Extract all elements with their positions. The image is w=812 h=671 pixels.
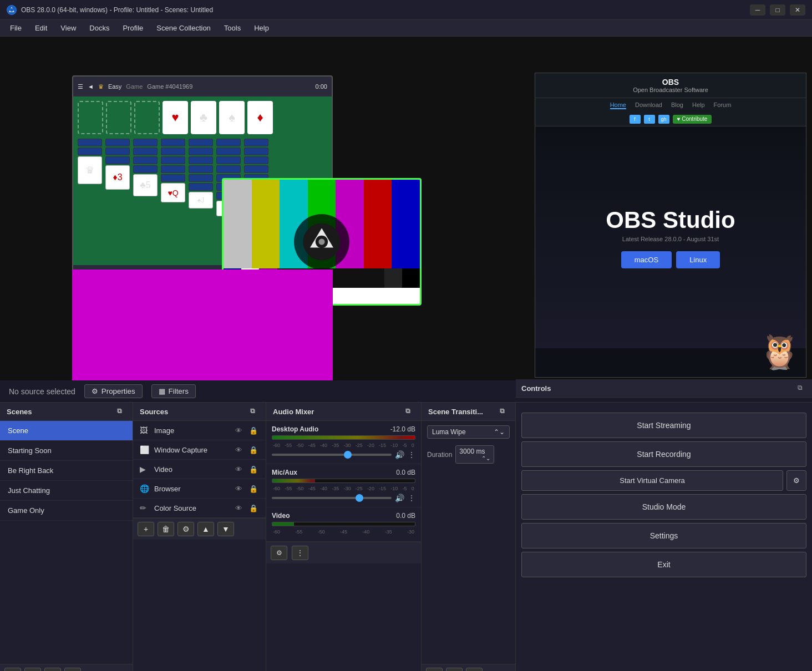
maximize-button[interactable]: □ xyxy=(770,4,785,16)
menu-file[interactable]: File xyxy=(4,22,27,34)
add-source-button[interactable]: + xyxy=(138,522,154,536)
transitions-panel-icon[interactable]: ⧉ xyxy=(500,407,509,416)
menu-edit[interactable]: Edit xyxy=(29,22,53,34)
desktop-audio-menu-button[interactable]: ⋮ xyxy=(408,450,415,459)
video-audio-track: Video 0.0 dB -60-55-50-45-40-35-30 xyxy=(266,507,421,542)
image-icon: 🖼 xyxy=(140,426,150,435)
video-eye-icon[interactable]: 👁 xyxy=(234,465,243,474)
mic-aux-slider[interactable] xyxy=(272,497,392,499)
add-transition-button[interactable]: + xyxy=(426,668,443,671)
duration-input[interactable]: 3000 ms ⌃⌄ xyxy=(455,445,494,464)
scene-item-scene[interactable]: Scene xyxy=(0,421,133,441)
virtual-camera-settings-button[interactable]: ⚙ xyxy=(786,470,806,491)
sources-panel-icon[interactable]: ⧉ xyxy=(250,407,259,416)
mic-aux-menu-button[interactable]: ⋮ xyxy=(408,494,415,502)
menu-tools[interactable]: Tools xyxy=(219,22,246,34)
card-hearts: ♥ xyxy=(163,101,188,134)
controls-panel-icon[interactable]: ⧉ xyxy=(798,384,806,393)
audio-panel-icon[interactable]: ⧉ xyxy=(405,407,414,416)
desktop-audio-slider[interactable] xyxy=(272,454,392,456)
db-scale: -60-55-50-45-40-35-30-25-20-15-10-50 xyxy=(272,443,415,448)
move-up-source-button[interactable]: ▲ xyxy=(197,522,214,536)
source-item-window-capture[interactable]: ⬜ Window Capture 👁 🔒 xyxy=(133,440,266,460)
desktop-audio-thumb[interactable] xyxy=(344,451,352,459)
remove-transition-button[interactable]: 🗑 xyxy=(446,668,463,671)
card-slot-1 xyxy=(78,101,103,134)
menu-scene-collection[interactable]: Scene Collection xyxy=(151,22,216,34)
col-1: ♛ xyxy=(78,139,103,216)
source-item-browser[interactable]: 🌐 Browser 👁 🔒 xyxy=(133,479,266,499)
window-title: OBS 28.0.0 (64-bit, windows) - Profile: … xyxy=(21,6,750,14)
duration-spinner[interactable]: ⌃⌄ xyxy=(481,455,490,461)
scene-item-just-chatting[interactable]: Just Chatting xyxy=(0,481,133,501)
col-5: ♠J xyxy=(189,139,214,216)
exit-button[interactable]: Exit xyxy=(521,552,806,577)
scenes-panel: Scenes ⧉ Scene Starting Soon Be Right Ba… xyxy=(0,403,133,671)
move-down-source-button[interactable]: ▼ xyxy=(217,522,234,536)
card-diamonds: ♦ xyxy=(247,101,273,134)
remove-source-button[interactable]: 🗑 xyxy=(158,522,174,536)
audio-menu-icon[interactable]: ⋮ xyxy=(292,546,308,560)
mic-aux-mute-button[interactable]: 🔊 xyxy=(395,494,404,502)
start-streaming-button[interactable]: Start Streaming xyxy=(521,413,806,438)
scene-item-be-right-back[interactable]: Be Right Back xyxy=(0,461,133,481)
scenes-panel-title: Scenes xyxy=(7,408,32,416)
sources-panel-title: Sources xyxy=(140,408,168,416)
menu-help[interactable]: Help xyxy=(248,22,275,34)
obs-web-brand-subtitle: Open Broadcaster Software xyxy=(544,87,797,93)
titlebar: OBS 28.0.0 (64-bit, windows) - Profile: … xyxy=(0,0,812,20)
add-scene-button[interactable]: + xyxy=(4,668,21,671)
obs-web-header: OBS Open Broadcaster Software xyxy=(535,73,806,98)
obs-nav-forum: Forum xyxy=(714,101,732,109)
bird-character: 🦉 xyxy=(759,332,800,372)
db-scale-3: -60-55-50-45-40-35-30 xyxy=(272,529,415,535)
minimize-button[interactable]: ─ xyxy=(750,4,765,16)
purple-area xyxy=(72,270,333,380)
window-eye-icon[interactable]: 👁 xyxy=(234,446,243,454)
source-item-image[interactable]: 🖼 Image 👁 🔒 xyxy=(133,421,266,440)
settings-button[interactable]: Settings xyxy=(521,523,806,548)
source-item-video[interactable]: ▶ Video 👁 🔒 xyxy=(133,460,266,479)
menu-profile[interactable]: Profile xyxy=(117,22,149,34)
obs-website-overlay: OBS Open Broadcaster Software Home Downl… xyxy=(535,73,806,378)
window-lock-icon[interactable]: 🔒 xyxy=(248,446,259,454)
studio-mode-button[interactable]: Studio Mode xyxy=(521,494,806,520)
menu-docks[interactable]: Docks xyxy=(84,22,115,34)
browser-eye-icon[interactable]: 👁 xyxy=(234,485,243,493)
close-button[interactable]: ✕ xyxy=(790,4,805,16)
scene-item-game-only[interactable]: Game Only xyxy=(0,501,133,521)
video-icon: ▶ xyxy=(140,465,150,474)
scenes-panel-icon[interactable]: ⧉ xyxy=(117,407,126,416)
menu-view[interactable]: View xyxy=(55,22,82,34)
color-lock-icon[interactable]: 🔒 xyxy=(248,504,259,512)
mic-aux-meter xyxy=(272,479,415,483)
transition-settings-button[interactable]: ⋮ xyxy=(466,668,483,671)
source-item-color-source[interactable]: ✏ Color Source 👁 🔒 xyxy=(133,499,266,518)
move-down-scene-button[interactable]: ▼ xyxy=(64,668,81,671)
remove-scene-button[interactable]: 🗑 xyxy=(24,668,41,671)
card-slot-3 xyxy=(134,101,160,134)
video-lock-icon[interactable]: 🔒 xyxy=(248,465,259,474)
col-2: ♦3 xyxy=(105,139,131,216)
audio-settings-icon[interactable]: ⚙ xyxy=(271,546,287,560)
controls-panel: Controls ⧉ Start Streaming Start Recordi… xyxy=(516,403,812,671)
move-up-scene-button[interactable]: ▲ xyxy=(44,668,61,671)
color-eye-icon[interactable]: 👁 xyxy=(234,504,243,512)
mic-aux-thumb[interactable] xyxy=(356,494,363,502)
virtual-camera-row: Start Virtual Camera ⚙ xyxy=(521,470,806,491)
start-virtual-camera-button[interactable]: Start Virtual Camera xyxy=(521,470,783,491)
properties-button[interactable]: ⚙ Properties xyxy=(84,384,143,398)
desktop-audio-mute-button[interactable]: 🔊 xyxy=(395,450,404,459)
browser-lock-icon[interactable]: 🔒 xyxy=(248,485,259,493)
card-back-1 xyxy=(78,139,102,146)
github-icon: gh xyxy=(658,115,669,124)
transition-dropdown[interactable]: Luma Wipe ⌃⌄ xyxy=(427,425,510,439)
solitaire-game-label: Game xyxy=(126,83,143,90)
source-settings-button[interactable]: ⚙ xyxy=(177,522,194,536)
filters-button[interactable]: ▦ Filters xyxy=(151,384,196,398)
start-recording-button[interactable]: Start Recording xyxy=(521,441,806,467)
mic-aux-header: Mic/Aux 0.0 dB xyxy=(272,469,415,476)
image-lock-icon[interactable]: 🔒 xyxy=(248,426,259,435)
scene-item-starting-soon[interactable]: Starting Soon xyxy=(0,441,133,461)
image-eye-icon[interactable]: 👁 xyxy=(234,426,243,435)
